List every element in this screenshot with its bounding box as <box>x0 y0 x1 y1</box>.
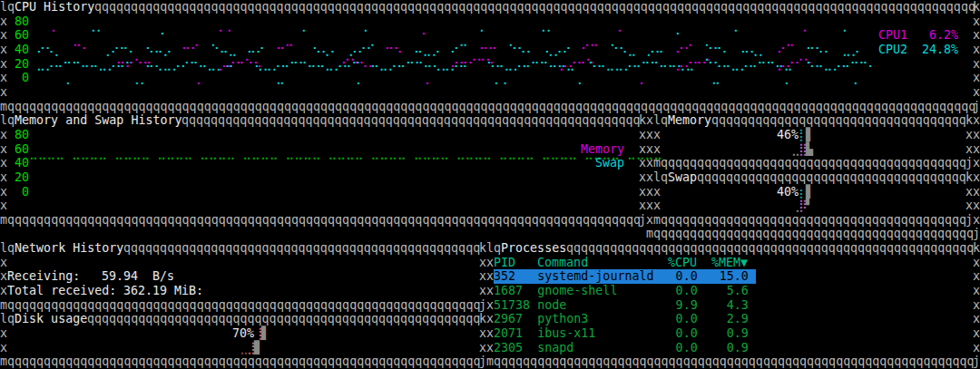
border-char: x <box>486 256 494 270</box>
border-char: x <box>0 170 7 185</box>
border-char: x <box>965 142 973 157</box>
memory-swap-history-title: Memory and Swap History <box>15 113 182 128</box>
cpu-graph-trace: ⠈ <box>298 28 307 43</box>
border-char: x <box>479 326 486 341</box>
border-char: qqqqqqqqqqqqqqqqqqqqqqqqqqqqqqqqqqqqqqqq… <box>7 298 481 313</box>
cpu-graph-trace: ⠂ <box>675 28 684 43</box>
cpu-graph-trace: ⣀ <box>276 71 285 85</box>
border-char: q <box>7 312 15 326</box>
border-char: x <box>479 341 486 355</box>
cpu-graph-trace: ⣀⡠ <box>842 43 860 57</box>
border-char: x <box>646 113 653 128</box>
border-char: x <box>646 185 653 199</box>
border-char: qqqqqqqqqqqqqqqqqqqqqqqqqqqqqqqqqqqqqqqq… <box>661 156 966 170</box>
border-char: q <box>7 0 15 15</box>
cpu-graph-trace: ⠁ <box>51 28 60 43</box>
cpu-graph-trace: ⠂ <box>160 28 169 43</box>
column-header-mem-sorted[interactable]: %MEM▼ <box>711 256 748 270</box>
border-char: j <box>973 354 980 369</box>
column-header-command[interactable]: Command <box>537 256 588 270</box>
border-char: x <box>973 213 980 228</box>
border-char: k <box>973 241 980 256</box>
mem-axis-label-80: 80 <box>15 128 29 142</box>
border-char: x <box>653 199 661 213</box>
border-char: x <box>0 15 7 29</box>
cpu-graph-trace: ⠢⠤⣀⡠⠤⠒⠒⠄ <box>806 57 877 72</box>
column-header-cpu[interactable]: %CPU <box>668 256 697 270</box>
border-char: x <box>0 185 7 199</box>
border-char: x <box>639 185 646 199</box>
mem-axis-label-0: 0 <box>22 185 29 199</box>
cpu1-legend-value: 6.2% <box>929 28 958 43</box>
border-char: q <box>661 170 668 185</box>
border-char: x <box>965 128 973 142</box>
column-header-pid[interactable]: PID <box>494 256 515 270</box>
border-char: x <box>653 128 661 142</box>
process-row-2967[interactable]: 2967 python3 0.0 2.9 <box>494 312 756 326</box>
border-char: l <box>0 312 7 326</box>
cpu-graph-trace: ⡀ <box>784 71 793 85</box>
process-row-352[interactable]: 352 systemd-journald 0.0 15.0 <box>494 269 756 284</box>
terminal-screen: lqCPU Historyqqqqqqqqqqqqqqqqqqqqqqqqqqq… <box>0 0 980 369</box>
border-char: qqqqqqqqqqqqqqqqqqqqqqqqqqqqqqqqqqqqqqqq… <box>87 312 480 326</box>
border-char: x <box>973 269 980 284</box>
border-char: qqqqqqqqqqqqqqqqqqqqqqqqqqqqqqqqqqqqqqqq… <box>181 113 641 128</box>
process-row-2305[interactable]: 2305 snapd 0.0 0.9 <box>494 341 756 355</box>
border-char: x <box>486 284 494 298</box>
border-char: x <box>973 298 980 313</box>
cpu-graph-trace: ⠒⠒ <box>479 43 497 57</box>
border-char: x <box>479 284 486 298</box>
border-char: x <box>639 156 646 170</box>
border-char: x <box>0 199 7 213</box>
border-char: x <box>639 128 646 142</box>
border-char: x <box>0 284 7 298</box>
border-char: m <box>653 156 661 170</box>
border-char: l <box>486 241 494 256</box>
cpu1-legend-label: CPU1 <box>878 28 907 43</box>
cpu-graph-trace: ⠑⠢⣀ <box>610 43 636 57</box>
process-row-1687[interactable]: 1687 gnome-shell 0.0 5.6 <box>494 284 756 298</box>
cpu-graph-trace: ⠈⠁ <box>87 28 105 43</box>
swap-panel-title: Swap <box>668 170 697 185</box>
cpu-graph-trace: ⠤⢄⡀ <box>740 43 767 57</box>
border-char: qqqqqqqqqqqqqqqqqqqqqqqqqqqqqqqqqqqqqqqq… <box>7 100 975 114</box>
border-char: x <box>653 142 661 157</box>
cpu-graph-trace: ⠊⠉ <box>581 43 599 57</box>
process-row-2071[interactable]: 2071 ibus-x11 0.0 0.9 <box>494 326 756 341</box>
mem-axis-label-40: 40 <box>15 156 29 170</box>
border-char: m <box>486 354 494 369</box>
border-char: m <box>0 354 7 369</box>
cpu-graph-trace: ⢀⠔⠒⠄ <box>102 43 137 57</box>
process-row-51738[interactable]: 51738 node 9.9 4.3 <box>494 298 756 313</box>
border-char: x <box>973 312 980 326</box>
border-char: x <box>0 85 7 100</box>
memory-panel-title: Memory <box>668 113 711 128</box>
border-char: x <box>0 28 7 43</box>
cpu-graph-trace: ⠈ <box>799 28 808 43</box>
border-char: k <box>965 113 973 128</box>
cpu-graph-trace: ⡀ <box>639 71 648 85</box>
border-char: x <box>973 170 980 185</box>
cpu-graph-trace: ⠑⠢⠄ <box>508 43 534 57</box>
cpu-graph-trace: ⠒⠉ <box>276 43 294 57</box>
border-char: x <box>0 341 7 355</box>
cpu-graph-trace: ⡠⠤ <box>646 43 664 57</box>
memory-percent: 46% <box>777 128 799 142</box>
cpu-graph-trace: ⠔⠊ <box>675 43 693 57</box>
cpu-graph-trace: ⣀ <box>711 71 720 85</box>
swap-meter: ▋ <box>806 185 813 199</box>
cpu-graph-trace: ⡀⡀ <box>494 71 512 85</box>
cpu-axis-label-40: 40 <box>15 43 29 57</box>
border-char: x <box>973 128 980 142</box>
border-char: x <box>646 199 653 213</box>
border-char: q <box>494 241 501 256</box>
border-char: m <box>0 100 7 114</box>
border-char: x <box>973 284 980 298</box>
cpu-graph-trace: ⠑⠤⣀ <box>211 43 237 57</box>
border-char: x <box>973 156 980 170</box>
cpu-graph-trace: ⠤⣀⡠ <box>414 43 440 57</box>
border-char: x <box>479 256 486 270</box>
border-char: q <box>661 113 668 128</box>
cpu-graph-trace: ⢀⡀ <box>131 71 149 85</box>
cpu-axis-label-60: 60 <box>15 28 29 43</box>
